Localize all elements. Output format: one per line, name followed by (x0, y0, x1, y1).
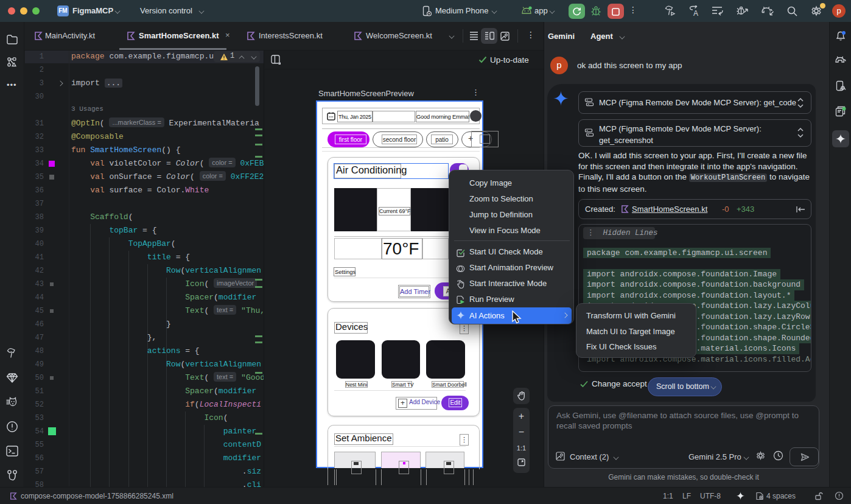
svg-text:A: A (693, 9, 698, 17)
